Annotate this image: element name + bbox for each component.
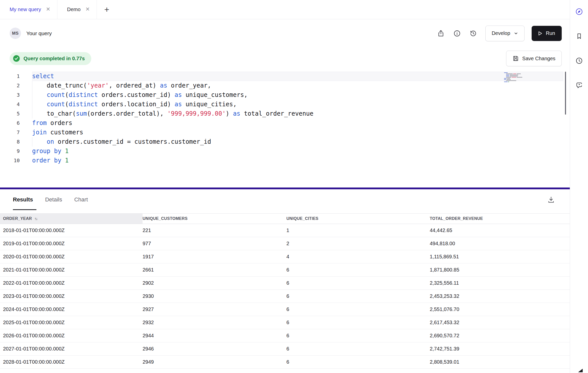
code-line[interactable]: 9group by 1 [0, 147, 570, 156]
table-cell[interactable]: 2,453,253.32 [430, 290, 570, 303]
table-cell[interactable]: 2023-01-01T00:00:00.000Z [0, 290, 143, 303]
table-cell[interactable]: 6 [286, 303, 430, 316]
sql-editor[interactable]: 1select2 date_trunc('year', ordered_at) … [0, 69, 570, 188]
table-cell[interactable]: 6 [286, 263, 430, 277]
column-header[interactable]: TOTAL_ORDER_REVENUE [430, 214, 570, 224]
info-button[interactable] [451, 28, 463, 39]
table-cell[interactable]: 1917 [143, 250, 286, 263]
code-line[interactable]: 1select [0, 72, 570, 81]
table-row[interactable]: 2023-01-01T00:00:00.000Z293062,453,253.3… [0, 290, 570, 303]
code-line[interactable]: 6from orders [0, 118, 570, 128]
code-line[interactable]: 5 to_char(sum(orders.order_total), '999,… [0, 109, 570, 118]
history-button[interactable] [468, 28, 479, 39]
table-row[interactable]: 2027-01-01T00:00:00.000Z294662,742,751.3… [0, 342, 570, 356]
code-line[interactable]: 4 count(distinct orders.location_id) as … [0, 100, 570, 109]
bookmark-icon [575, 32, 583, 40]
column-header[interactable]: UNIQUE_CUSTOMERS [143, 214, 286, 224]
code-line[interactable]: 7join customers [0, 128, 570, 137]
table-cell[interactable]: 6 [286, 369, 430, 373]
table-cell[interactable]: 2,742,751.39 [430, 342, 570, 356]
table-cell[interactable]: 2949 [143, 356, 286, 369]
code-line[interactable]: 8 on orders.customer_id = customers.cust… [0, 137, 570, 147]
download-button[interactable] [546, 194, 557, 205]
table-cell[interactable]: 2927 [143, 303, 286, 316]
code-line[interactable]: 2 date_trunc('year', ordered_at) as orde… [0, 81, 570, 90]
table-cell[interactable]: 2,845,473.93 [430, 369, 570, 373]
table-cell[interactable]: 2024-01-01T00:00:00.000Z [0, 303, 143, 316]
table-cell[interactable]: 2025-01-01T00:00:00.000Z [0, 316, 143, 329]
table-cell[interactable]: 2027-01-01T00:00:00.000Z [0, 342, 143, 356]
table-cell[interactable]: 2018-01-01T00:00:00.000Z [0, 224, 143, 237]
add-tab-button[interactable]: + [98, 0, 115, 19]
table-cell[interactable]: 2026-01-01T00:00:00.000Z [0, 329, 143, 342]
column-header[interactable]: ORDER_YEAR↑↓ [0, 214, 143, 224]
develop-button[interactable]: Develop [485, 26, 525, 41]
table-row[interactable]: 2029-01-01T00:00:00.000Z295462,845,473.9… [0, 369, 570, 373]
line-number: 10 [0, 156, 20, 165]
table-cell[interactable]: 2019-01-01T00:00:00.000Z [0, 237, 143, 250]
table-row[interactable]: 2026-01-01T00:00:00.000Z294462,690,570.7… [0, 329, 570, 342]
code-line[interactable]: 3 count(distinct orders.customer_id) as … [0, 90, 570, 100]
table-cell[interactable]: 2946 [143, 342, 286, 356]
table-cell[interactable]: 2021-01-01T00:00:00.000Z [0, 263, 143, 277]
save-changes-button[interactable]: Save Changes [506, 51, 562, 66]
table-row[interactable]: 2024-01-01T00:00:00.000Z292762,551,076.7… [0, 303, 570, 316]
table-row[interactable]: 2025-01-01T00:00:00.000Z293262,617,453.3… [0, 316, 570, 329]
table-cell[interactable]: 2954 [143, 369, 286, 373]
code-line[interactable]: 10order by 1 [0, 156, 570, 165]
run-button[interactable]: Run [532, 26, 562, 41]
table-cell[interactable]: 1,871,800.85 [430, 263, 570, 277]
column-header[interactable]: UNIQUE_CITIES [286, 214, 430, 224]
table-cell[interactable]: 2020-01-01T00:00:00.000Z [0, 250, 143, 263]
table-cell[interactable]: 2930 [143, 290, 286, 303]
table-cell[interactable]: 1 [286, 224, 430, 237]
tab-close-icon[interactable]: × [86, 6, 90, 13]
table-cell[interactable]: 44,442.65 [430, 224, 570, 237]
table-row[interactable]: 2019-01-01T00:00:00.000Z9772494,818.00 [0, 237, 570, 250]
table-cell[interactable]: 6 [286, 316, 430, 329]
table-cell[interactable]: 2022-01-01T00:00:00.000Z [0, 277, 143, 290]
table-cell[interactable]: 1,115,869.51 [430, 250, 570, 263]
table-row[interactable]: 2021-01-01T00:00:00.000Z266161,871,800.8… [0, 263, 570, 277]
table-cell[interactable]: 6 [286, 356, 430, 369]
table-row[interactable]: 2028-01-01T00:00:00.000Z294962,808,539.0… [0, 356, 570, 369]
table-cell[interactable]: 2029-01-01T00:00:00.000Z [0, 369, 143, 373]
editor-tab[interactable]: My new query× [0, 0, 57, 19]
schedule-button[interactable] [574, 55, 585, 66]
table-cell[interactable]: 2,325,556.11 [430, 277, 570, 290]
table-cell[interactable]: 977 [143, 237, 286, 250]
table-cell[interactable]: 6 [286, 290, 430, 303]
editor-scrollbar[interactable] [565, 72, 566, 115]
table-cell[interactable]: 2028-01-01T00:00:00.000Z [0, 356, 143, 369]
table-cell[interactable]: 2944 [143, 329, 286, 342]
pane-splitter[interactable] [0, 188, 570, 189]
table-row[interactable]: 2020-01-01T00:00:00.000Z191741,115,869.5… [0, 250, 570, 263]
table-cell[interactable]: 494,818.00 [430, 237, 570, 250]
table-cell[interactable]: 2 [286, 237, 430, 250]
table-cell[interactable]: 2902 [143, 277, 286, 290]
results-tab-chart[interactable]: Chart [74, 189, 88, 210]
results-tab-results[interactable]: Results [13, 189, 33, 210]
table-cell[interactable]: 6 [286, 342, 430, 356]
table-cell[interactable]: 2661 [143, 263, 286, 277]
comments-button[interactable] [574, 80, 585, 91]
share-button[interactable] [435, 28, 446, 39]
code-text: order by 1 [32, 156, 563, 165]
table-row[interactable]: 2022-01-01T00:00:00.000Z290262,325,556.1… [0, 277, 570, 290]
data-browser-button[interactable] [574, 6, 585, 17]
table-cell[interactable]: 6 [286, 277, 430, 290]
table-cell[interactable]: 2,617,453.32 [430, 316, 570, 329]
editor-tab[interactable]: Demo× [57, 0, 97, 19]
table-cell[interactable]: 221 [143, 224, 286, 237]
table-cell[interactable]: 2,808,539.01 [430, 356, 570, 369]
table-row[interactable]: 2018-01-01T00:00:00.000Z221144,442.65 [0, 224, 570, 237]
tab-close-icon[interactable]: × [46, 6, 50, 13]
table-cell[interactable]: 2,690,570.72 [430, 329, 570, 342]
results-tab-details[interactable]: Details [45, 189, 62, 210]
tab-list: My new query×Demo× [0, 0, 97, 19]
bookmark-button[interactable] [574, 31, 585, 42]
table-cell[interactable]: 4 [286, 250, 430, 263]
table-cell[interactable]: 6 [286, 329, 430, 342]
table-cell[interactable]: 2,551,076.70 [430, 303, 570, 316]
table-cell[interactable]: 2932 [143, 316, 286, 329]
